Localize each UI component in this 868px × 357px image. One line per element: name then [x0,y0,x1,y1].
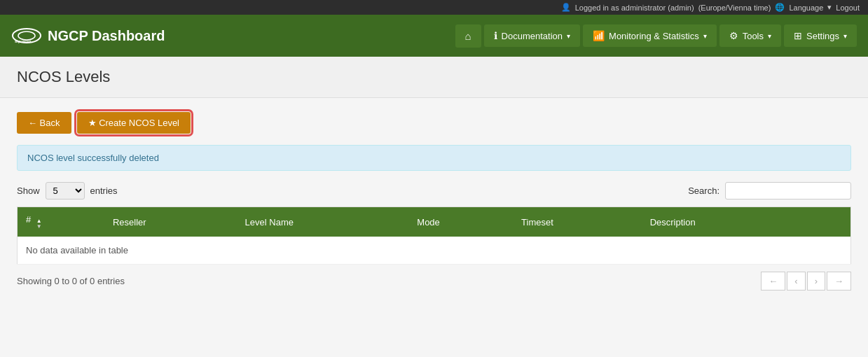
next-page-button[interactable]: › [807,272,825,290]
settings-label: Settings [806,31,839,41]
table-controls: Show 5 10 25 50 100 entries Search: [17,182,851,200]
brand-name: NGCP Dashboard [48,28,165,44]
col-level-name: Level Name [237,207,409,237]
brand-logo-link[interactable]: sip:wise NGCP Dashboard [11,24,165,47]
col-actions [806,207,851,237]
monitoring-arrow: ▾ [703,32,707,40]
sipwise-logo: sip:wise [11,24,42,47]
back-button[interactable]: ← Back [17,112,71,134]
create-ncos-level-button[interactable]: ★ Create NCOS Level [77,112,191,134]
monitoring-menu[interactable]: 📶 Monitoring & Statistics ▾ [583,24,717,47]
alert-message: NCOS level successfully deleted [27,153,159,163]
page-title: NCOS Levels [17,68,851,86]
documentation-icon: ℹ [494,30,497,41]
no-data-message: No data available in table [18,237,851,265]
show-entries-control: Show 5 10 25 50 100 entries [17,182,118,200]
show-label: Show [17,186,40,196]
search-control: Search: [688,182,851,200]
dropdown-arrow: ▾ [827,3,832,12]
prev-page-button[interactable]: ‹ [787,272,805,290]
ncos-levels-table: # ▲▼ Reseller Level Name Mode Timeset De… [17,206,851,265]
tools-menu[interactable]: ⚙ Tools ▾ [719,24,781,47]
user-icon: 👤 [561,3,571,12]
pagination-controls: ← ‹ › → [761,272,851,290]
entries-select[interactable]: 5 10 25 50 100 [46,182,85,200]
col-number: # ▲▼ [18,207,104,237]
monitoring-icon: 📶 [593,30,605,41]
monitoring-label: Monitoring & Statistics [609,31,699,41]
settings-arrow: ▾ [843,32,847,40]
col-description: Description [642,207,806,237]
table-footer: Showing 0 to 0 of 0 entries ← ‹ › → [17,272,851,290]
top-bar: 👤 Logged in as administrator (admin) (Eu… [0,0,868,15]
col-timeset: Timeset [513,207,642,237]
table-header-row: # ▲▼ Reseller Level Name Mode Timeset De… [18,207,851,237]
page-header: NCOS Levels [0,57,868,98]
language-icon: 🌐 [775,3,785,12]
settings-icon: ⊞ [794,30,802,41]
search-label: Search: [688,186,719,196]
success-alert: NCOS level successfully deleted [17,145,851,171]
content: ← Back ★ Create NCOS Level NCOS level su… [0,98,868,304]
col-reseller: Reseller [104,207,237,237]
documentation-arrow: ▾ [567,32,570,40]
documentation-label: Documentation [502,31,563,41]
col-mode: Mode [408,207,513,237]
nav-items: ⌂ ℹ Documentation ▾ 📶 Monitoring & Stati… [455,24,857,48]
pagination-info: Showing 0 to 0 of 0 entries [17,276,125,286]
sort-icon: ▲▼ [36,218,42,230]
documentation-menu[interactable]: ℹ Documentation ▾ [484,24,580,47]
navbar: sip:wise NGCP Dashboard ⌂ ℹ Documentatio… [0,15,868,57]
logout-link[interactable]: Logout [836,4,860,12]
tools-label: Tools [743,31,764,41]
last-page-button[interactable]: → [827,272,851,290]
entries-label: entries [90,186,118,196]
svg-text:sip:wise: sip:wise [15,39,32,43]
action-buttons: ← Back ★ Create NCOS Level [17,112,851,134]
settings-menu[interactable]: ⊞ Settings ▾ [784,24,857,47]
user-info: Logged in as administrator (admin) [575,4,694,12]
home-button[interactable]: ⌂ [455,24,481,48]
tools-icon: ⚙ [729,30,738,41]
timezone: (Europe/Vienna time) [698,4,771,12]
language-link[interactable]: Language [789,4,823,12]
no-data-row: No data available in table [18,237,851,265]
first-page-button[interactable]: ← [761,272,785,290]
tools-arrow: ▾ [768,32,771,40]
search-input[interactable] [725,182,851,200]
